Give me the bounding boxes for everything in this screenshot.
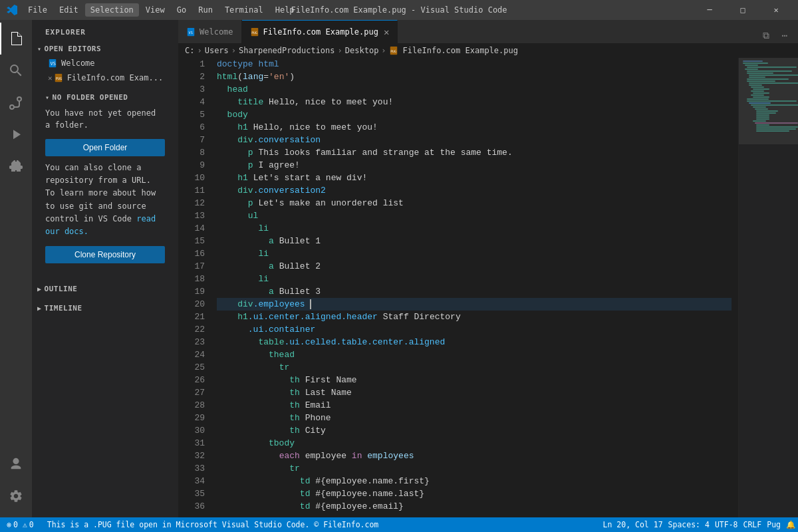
menu-terminal[interactable]: Terminal <box>219 3 269 17</box>
editor-item-pug[interactable]: ✕ PUG FileInfo.com Exam... <box>32 70 178 85</box>
svg-text:VS: VS <box>51 61 56 66</box>
line-number: 10 <box>178 172 205 184</box>
menu-selection[interactable]: Selection <box>85 3 139 17</box>
code-line[interactable]: a Bullet 3 <box>217 285 732 298</box>
activity-explorer[interactable] <box>0 23 32 55</box>
more-actions-button[interactable]: ⋯ <box>777 27 793 43</box>
code-line[interactable]: tbody <box>217 437 732 450</box>
code-line[interactable]: div.employees <box>217 298 732 311</box>
activity-source-control[interactable] <box>0 86 32 118</box>
close-button[interactable]: ✕ <box>761 0 791 20</box>
clone-repository-button[interactable]: Clone Repository <box>45 246 165 263</box>
menu-go[interactable]: Go <box>172 3 192 17</box>
open-folder-button[interactable]: Open Folder <box>45 139 165 156</box>
activity-settings[interactable] <box>0 480 32 512</box>
code-line[interactable]: head <box>217 83 732 96</box>
code-token: ( <box>237 72 243 82</box>
code-line[interactable]: div.conversation2 <box>217 184 732 197</box>
code-line[interactable]: li <box>217 247 732 260</box>
menu-edit[interactable]: Edit <box>54 3 84 17</box>
menu-file[interactable]: File <box>23 3 53 17</box>
menu-run[interactable]: Run <box>193 3 218 17</box>
code-line[interactable]: ul <box>217 209 732 222</box>
code-line[interactable]: td #{employee.name.last} <box>217 487 732 500</box>
minimize-button[interactable]: ─ <box>694 0 725 20</box>
code-line[interactable]: th Last Name <box>217 386 732 399</box>
tab-welcome[interactable]: VS Welcome <box>178 20 242 43</box>
code-line[interactable]: h1 Let's start a new div! <box>217 172 732 184</box>
code-token: .ui.center.aligned.header <box>248 312 378 322</box>
code-line[interactable]: tr <box>217 462 732 475</box>
status-line-ending[interactable]: CRLF <box>741 517 765 532</box>
code-editor[interactable]: 1234567891011121314151617181920212223242… <box>178 58 738 517</box>
code-line[interactable]: div.conversation <box>217 134 732 146</box>
code-line[interactable]: p Let's make an unordered list <box>217 197 732 209</box>
code-line[interactable]: html(lang='en') <box>217 70 732 83</box>
code-line[interactable]: h1.ui.center.aligned.header Staff Direct… <box>217 311 732 323</box>
code-line[interactable]: h1 Hello, nice to meet you! <box>217 121 732 134</box>
minimap-line <box>756 124 769 126</box>
activity-bar-bottom <box>0 448 32 517</box>
minimap-line <box>753 92 769 94</box>
code-token: Hello, nice to meet you! <box>248 122 378 132</box>
code-line[interactable]: li <box>217 222 732 235</box>
menu-view[interactable]: View <box>140 3 170 17</box>
code-line[interactable]: body <box>217 108 732 121</box>
status-encoding[interactable]: UTF-8 <box>712 517 741 532</box>
status-indentation[interactable]: Spaces: 4 <box>666 517 712 532</box>
code-line[interactable]: th First Name <box>217 374 732 386</box>
breadcrumb-sharpenedproductions[interactable]: SharpenedProductions <box>239 46 335 55</box>
code-token: #{employee.name.last} <box>310 489 424 499</box>
split-editor-button[interactable]: ⧉ <box>758 27 774 43</box>
code-line[interactable]: title Hello, nice to meet you! <box>217 96 732 108</box>
code-line[interactable]: tr <box>217 361 732 374</box>
code-line[interactable]: table.ui.celled.table.center.aligned <box>217 336 732 348</box>
status-language[interactable]: Pug <box>764 517 783 532</box>
code-line[interactable]: td #{employee.email} <box>217 500 732 513</box>
timeline-section[interactable]: ▶ Timeline <box>32 301 178 315</box>
activity-search[interactable] <box>0 55 32 86</box>
activity-run-debug[interactable] <box>0 118 32 150</box>
minimap[interactable] <box>738 58 798 517</box>
code-token: h1 <box>237 312 248 322</box>
breadcrumb-users[interactable]: Users <box>205 46 229 55</box>
code-line[interactable]: th Phone <box>217 412 732 424</box>
code-line[interactable]: .ui.container <box>217 323 732 336</box>
code-line[interactable]: th City <box>217 424 732 437</box>
status-errors[interactable]: ⊗ 0 ⚠ 0 <box>4 517 37 532</box>
breadcrumb-desktop[interactable]: Desktop <box>345 46 379 55</box>
breadcrumb-c[interactable]: C: <box>185 46 194 55</box>
code-line[interactable]: thead <box>217 348 732 361</box>
code-line[interactable]: th Email <box>217 399 732 412</box>
code-line[interactable]: p This looks familiar and strange at the… <box>217 146 732 159</box>
editor-item-welcome[interactable]: VS Welcome <box>32 56 178 70</box>
code-line[interactable]: li <box>217 273 732 285</box>
code-line[interactable]: td #{employee.name.first} <box>217 475 732 487</box>
activity-extensions[interactable] <box>0 150 32 182</box>
line-number: 32 <box>178 450 205 462</box>
docs-link[interactable]: read our docs. <box>45 214 156 236</box>
status-notifications[interactable]: 🔔 <box>783 517 798 532</box>
status-cursor-position[interactable]: Ln 20, Col 17 <box>600 517 666 532</box>
code-line[interactable]: each employee in employees <box>217 450 732 462</box>
code-lines[interactable]: doctype htmlhtml(lang='en') head title H… <box>210 58 738 517</box>
code-token <box>217 223 258 233</box>
warning-icon: ⚠ <box>23 520 27 529</box>
maximize-button[interactable]: □ <box>728 0 758 20</box>
code-line[interactable]: a Bullet 1 <box>217 235 732 247</box>
code-token: Bullet 2 <box>274 261 321 271</box>
code-line[interactable]: doctype html <box>217 58 732 70</box>
breadcrumb-filename[interactable]: FileInfo.com Example.pug <box>403 46 518 55</box>
line-number: 5 <box>178 108 205 121</box>
outline-section[interactable]: ▶ Outline <box>32 282 178 296</box>
tab-pug[interactable]: PUG FileInfo.com Example.pug ✕ <box>242 20 398 43</box>
tab-pug-close[interactable]: ✕ <box>384 27 389 37</box>
code-line[interactable]: p I agree! <box>217 159 732 172</box>
close-icon[interactable]: ✕ <box>48 74 53 82</box>
code-token: #{employee.name.first} <box>310 476 429 486</box>
open-editors-header[interactable]: ▾ Open Editors <box>32 42 178 56</box>
code-line[interactable]: a Bullet 2 <box>217 260 732 273</box>
minimap-line <box>753 106 766 108</box>
activity-accounts[interactable] <box>0 448 32 480</box>
code-token <box>217 362 279 372</box>
